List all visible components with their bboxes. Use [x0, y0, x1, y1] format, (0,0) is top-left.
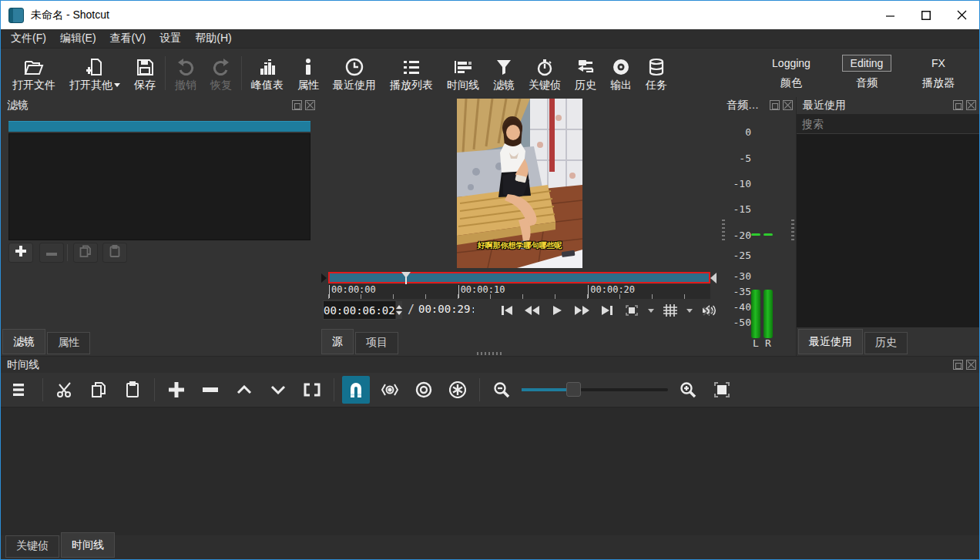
- menu-file[interactable]: 文件(F): [4, 30, 53, 47]
- float-panel-icon[interactable]: [770, 100, 780, 110]
- play-button[interactable]: [549, 303, 565, 318]
- redo-button[interactable]: 恢复: [203, 51, 239, 96]
- snap-toggle-button[interactable]: [342, 376, 370, 404]
- layout-audio-button[interactable]: 音频: [848, 75, 885, 92]
- tab-history[interactable]: 历史: [864, 332, 908, 354]
- paste-button[interactable]: [119, 376, 146, 404]
- close-panel-icon[interactable]: [966, 100, 976, 110]
- title-bar: 未命名 - Shotcut: [1, 1, 979, 29]
- filter-buttons-separator: [67, 244, 68, 261]
- timeline-icon: [453, 58, 473, 76]
- tab-properties[interactable]: 属性: [47, 332, 90, 354]
- current-time-field[interactable]: 00:00:06:02: [323, 300, 397, 320]
- history-button[interactable]: 历史: [568, 51, 603, 96]
- layout-color-button[interactable]: 颜色: [773, 75, 810, 92]
- grid-button[interactable]: [661, 302, 680, 319]
- audio-panel-title: 音频…: [727, 99, 759, 112]
- float-panel-icon[interactable]: [292, 100, 302, 110]
- recent-button[interactable]: 最近使用: [326, 51, 383, 96]
- float-panel-icon[interactable]: [953, 100, 963, 110]
- channel-label-right: R: [765, 337, 771, 349]
- ripple-toggle-button[interactable]: [410, 376, 438, 404]
- jobs-icon: [647, 58, 666, 76]
- time-separator: /: [408, 303, 414, 317]
- rewind-button[interactable]: [522, 303, 542, 318]
- overwrite-button[interactable]: [264, 376, 292, 404]
- toolbar-overflow-icon[interactable]: [702, 305, 714, 319]
- tab-source[interactable]: 源: [321, 329, 354, 354]
- scrub-while-dragging-button[interactable]: [376, 376, 404, 404]
- timeline-button[interactable]: 时间线: [440, 51, 486, 96]
- menu-help[interactable]: 帮助(H): [188, 30, 238, 47]
- time-ruler[interactable]: 00:00:00 00:00:10 00:00:20: [328, 284, 710, 299]
- zoom-dropdown-icon[interactable]: [648, 309, 654, 313]
- open-file-button[interactable]: 打开文件: [5, 51, 62, 96]
- horizontal-splitter-handle[interactable]: [477, 352, 503, 355]
- copy-filters-button[interactable]: [73, 243, 98, 263]
- remove-filter-button[interactable]: [39, 243, 64, 263]
- ripple-delete-button[interactable]: [196, 376, 224, 404]
- search-input[interactable]: [797, 114, 979, 133]
- app-icon: [8, 8, 24, 23]
- timeline-tracks-area[interactable]: [1, 407, 979, 535]
- menu-settings[interactable]: 设置: [153, 30, 188, 47]
- undo-button[interactable]: 撤销: [168, 51, 203, 96]
- filters-button[interactable]: 滤镜: [486, 51, 522, 96]
- tab-project[interactable]: 项目: [355, 332, 398, 354]
- copy-button[interactable]: [85, 376, 112, 404]
- time-spinner[interactable]: [395, 301, 402, 319]
- tab-keyframes[interactable]: 关键侦: [5, 535, 59, 558]
- ripple-all-tracks-button[interactable]: [444, 376, 472, 404]
- peak-meter-button[interactable]: 峰值表: [244, 51, 290, 96]
- timeline-zoom-slider[interactable]: [522, 376, 668, 404]
- zoom-in-button[interactable]: [674, 376, 702, 404]
- close-panel-icon[interactable]: [966, 360, 976, 370]
- recent-list[interactable]: [797, 134, 979, 327]
- skip-to-start-button[interactable]: [498, 303, 515, 318]
- split-button[interactable]: [298, 376, 326, 404]
- lift-button[interactable]: [230, 376, 258, 404]
- layout-editing-button[interactable]: Editing: [842, 55, 892, 72]
- timeline-menu-button[interactable]: [7, 376, 35, 404]
- layout-fx-button[interactable]: FX: [924, 55, 953, 71]
- menu-edit[interactable]: 编辑(E): [53, 30, 103, 47]
- close-panel-icon[interactable]: [305, 100, 315, 110]
- layout-player-button[interactable]: 播放器: [915, 75, 962, 92]
- append-button[interactable]: [163, 376, 190, 404]
- scrubber-bar[interactable]: [328, 272, 710, 283]
- jobs-button[interactable]: 任务: [639, 51, 674, 96]
- tab-timeline[interactable]: 时间线: [61, 532, 115, 558]
- grid-dropdown-icon[interactable]: [686, 309, 693, 313]
- add-filter-button[interactable]: [8, 243, 33, 263]
- tab-recent[interactable]: 最近使用: [798, 329, 863, 354]
- menu-view[interactable]: 查看(V): [103, 30, 153, 47]
- layout-logging-button[interactable]: Logging: [764, 55, 818, 71]
- fast-forward-button[interactable]: [572, 303, 592, 318]
- maximize-button[interactable]: [908, 1, 944, 29]
- output-button[interactable]: 输出: [603, 51, 639, 96]
- tab-filters[interactable]: 滤镜: [2, 329, 45, 354]
- paste-filters-button[interactable]: [102, 243, 127, 263]
- zoom-out-button[interactable]: [488, 376, 515, 404]
- skip-to-end-button[interactable]: [599, 303, 616, 318]
- slider-handle[interactable]: [566, 382, 581, 397]
- vertical-splitter-handle[interactable]: [722, 220, 725, 241]
- zoom-fit-button[interactable]: [708, 376, 736, 404]
- keyframes-button[interactable]: 关键侦: [522, 51, 568, 96]
- close-panel-icon[interactable]: [783, 100, 793, 110]
- float-panel-icon[interactable]: [953, 360, 963, 370]
- trim-out-marker[interactable]: [710, 273, 717, 283]
- properties-button[interactable]: 属性: [290, 51, 326, 96]
- filter-list[interactable]: [8, 133, 310, 240]
- open-other-button[interactable]: 打开其他: [62, 51, 127, 96]
- playlist-button[interactable]: 播放列表: [383, 51, 440, 96]
- close-button[interactable]: [944, 1, 979, 29]
- save-button[interactable]: 保存: [127, 51, 163, 96]
- current-time-value: 00:00:06:02: [324, 304, 395, 317]
- filter-selected-row[interactable]: [8, 121, 310, 132]
- trim-in-marker[interactable]: [321, 273, 327, 283]
- minimize-button[interactable]: [873, 1, 908, 29]
- cut-button[interactable]: [51, 376, 79, 404]
- zoom-fit-player-button[interactable]: [623, 302, 641, 319]
- vertical-splitter-handle[interactable]: [791, 220, 794, 241]
